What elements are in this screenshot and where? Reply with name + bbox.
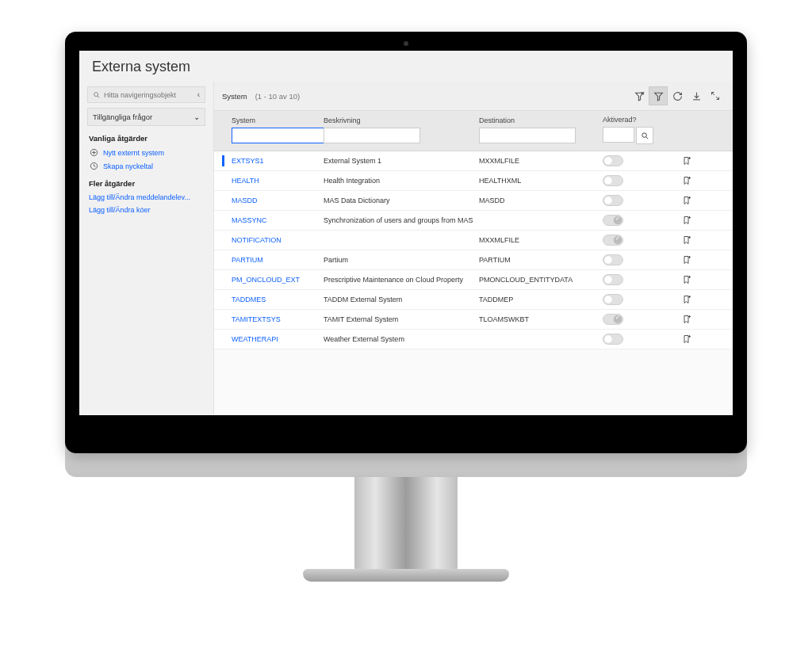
column-destination: Destination: [479, 116, 598, 143]
description-cell: External System 1: [324, 157, 474, 165]
refresh-button[interactable]: [668, 86, 687, 105]
column-label[interactable]: System: [232, 116, 319, 128]
destination-cell: TADDMEP: [479, 296, 598, 303]
system-link[interactable]: TAMITEXTSYS: [232, 315, 319, 323]
new-external-system-link[interactable]: Nytt externt system: [87, 146, 205, 159]
activated-toggle[interactable]: [603, 215, 623, 226]
filter-activated-lookup[interactable]: [636, 127, 653, 144]
bookmark-icon[interactable]: [671, 295, 703, 304]
edit-queues-link[interactable]: Lägg till/Ändra köer: [87, 204, 205, 216]
bookmark-icon[interactable]: [671, 196, 703, 205]
description-cell: Weather External System: [324, 335, 474, 343]
svg-line-7: [94, 166, 95, 167]
table-row[interactable]: MASDDMAS Data DictionaryMASDD: [214, 191, 733, 211]
bookmark-icon[interactable]: [671, 255, 703, 265]
activated-toggle[interactable]: [603, 235, 623, 246]
app-header: Externa system: [79, 51, 733, 82]
row-selection-mark: [222, 274, 225, 285]
system-link[interactable]: EXTSYS1: [232, 157, 319, 165]
system-link[interactable]: MASDD: [232, 197, 319, 204]
row-selection-mark: [222, 215, 225, 226]
destination-cell: MXXMLFILE: [479, 236, 598, 244]
available-queries-label: Tillgängliga frågor: [93, 113, 152, 121]
description-cell: MAS Data Dictionary: [324, 197, 474, 204]
destination-cell: MASDD: [479, 197, 598, 204]
table-row[interactable]: TADDMESTADDM External SystemTADDMEP: [214, 290, 733, 310]
activated-toggle[interactable]: [603, 294, 623, 305]
system-link[interactable]: PARTIUM: [232, 256, 319, 264]
svg-point-0: [94, 92, 98, 96]
table-row[interactable]: MASSYNCSynchronization of users and grou…: [214, 211, 733, 231]
table-row[interactable]: NOTIFICATIONMXXMLFILE: [214, 231, 733, 250]
filter-button[interactable]: [649, 86, 668, 105]
filter-activated-input[interactable]: [603, 127, 634, 143]
activated-toggle[interactable]: [603, 314, 623, 325]
common-actions-heading: Vanliga åtgärder: [89, 134, 205, 143]
edit-message-handlers-link[interactable]: Lägg till/Ändra meddelandelev...: [87, 191, 205, 204]
destination-cell: TLOAMSWKBT: [479, 315, 598, 323]
clear-filter-button[interactable]: [630, 86, 649, 105]
row-selection-mark: [222, 294, 225, 305]
description-cell: Synchronization of users and groups from…: [324, 216, 474, 224]
download-button[interactable]: [687, 86, 706, 105]
system-link[interactable]: TADDMES: [232, 296, 319, 303]
column-label[interactable]: Beskrivning: [324, 116, 474, 128]
system-link[interactable]: HEALTH: [232, 177, 319, 185]
column-activated: Aktiverad?: [603, 116, 666, 144]
activated-toggle[interactable]: [603, 254, 623, 265]
table-row[interactable]: HEALTHHealth IntegrationHEALTHXML: [214, 171, 733, 191]
system-link[interactable]: PM_ONCLOUD_EXT: [232, 276, 319, 284]
description-cell: Health Integration: [324, 177, 474, 185]
activated-toggle[interactable]: [603, 175, 623, 186]
sidebar-search[interactable]: ‹: [87, 86, 205, 103]
bookmark-icon[interactable]: [671, 235, 703, 245]
sidebar-search-input[interactable]: [104, 91, 194, 99]
filter-destination-input[interactable]: [479, 128, 576, 143]
app-body: ‹ Tillgängliga frågor ⌄ Vanliga åtgärder…: [79, 82, 733, 414]
system-link[interactable]: NOTIFICATION: [232, 236, 319, 244]
description-cell: TADDM External System: [324, 296, 474, 303]
column-label[interactable]: Destination: [479, 116, 598, 128]
available-queries-dropdown[interactable]: Tillgängliga frågor ⌄: [87, 108, 205, 126]
column-description: Beskrivning: [324, 116, 474, 143]
activated-toggle[interactable]: [603, 155, 623, 166]
create-kpi-link[interactable]: Skapa nyckeltal: [87, 159, 205, 173]
destination-cell: MXXMLFILE: [479, 157, 598, 165]
toolbar-entity-label: System: [222, 92, 247, 101]
table-row[interactable]: WEATHERAPIWeather External System: [214, 330, 733, 349]
table-row[interactable]: PARTIUMPartiumPARTIUM: [214, 250, 733, 270]
bookmark-icon[interactable]: [671, 334, 703, 344]
destination-cell: HEALTHXML: [479, 177, 598, 185]
activated-toggle[interactable]: [603, 195, 623, 206]
plus-circle-icon: [89, 148, 98, 157]
sidebar-item-label: Skapa nyckeltal: [103, 162, 153, 170]
collapse-button[interactable]: [706, 86, 725, 105]
bookmark-icon[interactable]: [671, 176, 703, 185]
svg-line-13: [712, 93, 715, 96]
bookmark-icon[interactable]: [671, 216, 703, 225]
filter-system-input[interactable]: [232, 128, 328, 143]
table-row[interactable]: PM_ONCLOUD_EXTPrescriptive Maintenance o…: [214, 270, 733, 290]
svg-line-16: [645, 136, 648, 139]
activated-toggle[interactable]: [603, 274, 623, 285]
activated-toggle[interactable]: [603, 334, 623, 345]
table-row[interactable]: TAMITEXTSYSTAMIT External SystemTLOAMSWK…: [214, 310, 733, 330]
monitor-stand-neck: [354, 477, 458, 572]
bookmark-icon[interactable]: [671, 275, 703, 284]
bookmark-icon[interactable]: [671, 315, 703, 324]
row-selection-mark: [222, 314, 225, 325]
row-selection-mark: [222, 334, 225, 345]
collapse-sidebar-icon[interactable]: ‹: [194, 90, 200, 99]
chevron-down-icon: ⌄: [193, 113, 200, 121]
table-row[interactable]: EXTSYS1External System 1MXXMLFILE: [214, 151, 733, 171]
monitor-bezel: Externa system ‹ Tillgängliga frågor ⌄: [65, 32, 747, 453]
filter-description-input[interactable]: [324, 128, 420, 143]
bookmark-icon[interactable]: [671, 156, 703, 166]
table-body: EXTSYS1External System 1MXXMLFILEHEALTHH…: [214, 151, 733, 349]
monitor-stand-base: [303, 569, 509, 582]
camera-dot: [404, 41, 408, 46]
column-label[interactable]: Aktiverad?: [603, 116, 666, 127]
system-link[interactable]: WEATHERAPI: [232, 335, 319, 343]
system-link[interactable]: MASSYNC: [232, 216, 319, 224]
sidebar-item-label: Lägg till/Ändra meddelandelev...: [89, 193, 190, 201]
